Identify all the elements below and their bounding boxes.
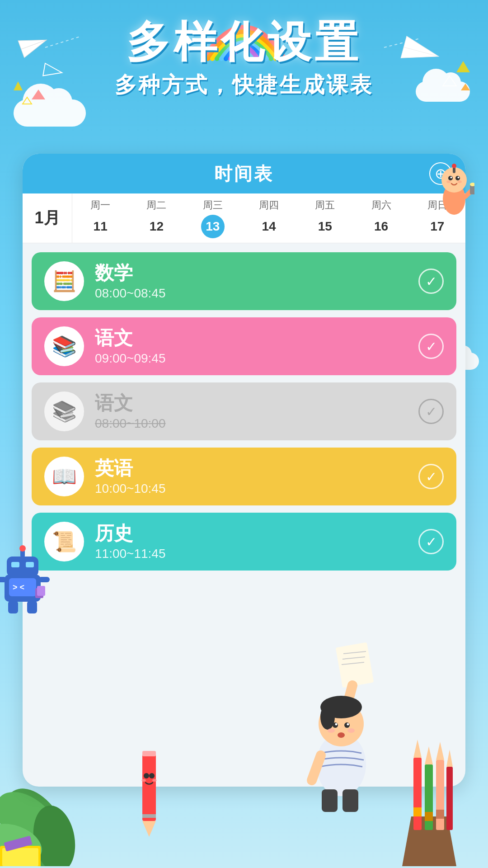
schedule-info: 语文08:00~10:00 [95,392,408,431]
day-name: 周二 [146,198,166,212]
svg-point-54 [347,728,355,733]
day-cells: 周一11周二12周三13周四14周五15周六16周日17 [72,193,465,243]
svg-rect-84 [142,814,156,818]
subject-name: 英语 [95,457,408,480]
header-section: 多样化设置 多种方式，快捷生成课表 [0,18,488,99]
check-icon: ✓ [426,339,437,354]
panel-title: 时间表 [214,161,274,186]
schedule-item[interactable]: 📚语文09:00~09:45✓ [32,317,456,375]
check-button[interactable]: ✓ [418,269,444,294]
schedule-time: 11:00~11:45 [95,547,408,561]
month-label: 1月 [34,207,60,229]
schedule-time: 08:00~08:45 [95,286,408,301]
svg-point-79 [144,773,149,778]
svg-point-53 [328,728,335,733]
svg-rect-35 [38,577,50,582]
svg-point-55 [338,732,345,738]
week-header: 1月 周一11周二12周三13周四14周五15周六16周日17 [23,193,465,243]
svg-marker-60 [413,740,422,758]
svg-point-15 [448,176,453,180]
day-name: 周四 [259,198,279,212]
svg-marker-63 [425,746,433,764]
day-number[interactable]: 11 [89,215,112,238]
panel-header: 时间表 ⊕ [23,154,465,193]
check-icon: ✓ [426,469,437,485]
kid-character [298,640,398,814]
day-number[interactable]: 15 [313,215,337,238]
schedule-item[interactable]: 📜历史11:00~11:45✓ [32,513,456,571]
svg-point-18 [458,177,460,179]
month-cell: 1月 [23,193,72,243]
day-name: 周六 [371,198,391,212]
day-number[interactable]: 14 [257,215,281,238]
svg-point-17 [450,177,452,179]
day-name: 周五 [315,198,335,212]
svg-marker-69 [446,750,453,767]
svg-rect-34 [0,577,7,582]
svg-rect-39 [37,586,45,596]
svg-rect-64 [425,812,433,821]
schedule-list: 🧮数学08:00~08:45✓📚语文09:00~09:45✓📚语文08:00~1… [23,243,465,580]
puppet-character [434,163,474,228]
subject-icon: 📖 [44,457,84,496]
svg-rect-36 [8,601,18,613]
day-number[interactable]: 16 [370,215,393,238]
schedule-info: 英语10:00~10:45 [95,457,408,496]
svg-point-81 [141,779,146,782]
schedule-item[interactable]: 📚语文08:00~10:00✓ [32,382,456,440]
subject-icon: 📜 [44,522,84,561]
svg-rect-67 [436,810,444,819]
check-button[interactable]: ✓ [418,464,444,489]
schedule-item[interactable]: 📖英语10:00~10:45✓ [32,448,456,505]
svg-point-33 [19,545,26,552]
svg-point-19 [446,180,451,183]
svg-point-48 [320,704,335,730]
day-number[interactable]: 13 [201,215,225,238]
svg-text:> <: > < [13,583,24,592]
svg-rect-68 [446,767,453,830]
svg-marker-66 [436,742,444,760]
check-icon: ✓ [426,274,437,289]
svg-rect-83 [142,751,156,756]
svg-point-80 [149,773,155,778]
day-cell-15[interactable]: 周五15 [297,193,353,243]
day-cell-13[interactable]: 周三13 [185,193,241,243]
svg-point-20 [457,180,462,183]
svg-marker-78 [142,821,156,837]
check-icon: ✓ [426,404,437,420]
main-panel: 时间表 ⊕ 1月 周一11周二12周三13周四14周五15周六16周日17 🧮数… [23,154,465,787]
svg-rect-30 [11,562,19,567]
sub-title: 多种方式，快捷生成课表 [0,71,488,99]
day-cell-12[interactable]: 周二12 [128,193,184,243]
day-cell-11[interactable]: 周一11 [72,193,128,243]
svg-rect-65 [436,760,444,830]
robot-character: > < [0,543,50,624]
pencil-cup [389,740,470,868]
check-button[interactable]: ✓ [418,334,444,359]
svg-point-22 [452,164,456,168]
day-cell-16[interactable]: 周六16 [353,193,409,243]
day-number[interactable]: 12 [145,215,168,238]
svg-rect-61 [413,807,422,816]
svg-point-82 [152,779,157,782]
schedule-item[interactable]: 🧮数学08:00~08:45✓ [32,252,456,310]
day-name: 周三 [203,198,223,212]
pencil-character [127,749,172,841]
check-button[interactable]: ✓ [418,399,444,424]
svg-point-49 [333,722,338,728]
subject-name: 语文 [95,392,408,415]
schedule-info: 历史11:00~11:45 [95,522,408,561]
check-button[interactable]: ✓ [418,529,444,554]
subject-icon: 📚 [44,392,84,431]
main-title: 多样化设置 [0,18,488,66]
svg-rect-58 [343,789,358,812]
svg-rect-31 [26,562,34,567]
schedule-time: 09:00~09:45 [95,351,408,366]
svg-rect-57 [322,789,338,812]
subject-name: 语文 [95,327,408,349]
svg-point-51 [335,723,338,726]
svg-point-50 [344,722,350,728]
svg-rect-77 [142,753,156,821]
day-cell-14[interactable]: 周四14 [241,193,297,243]
schedule-info: 语文09:00~09:45 [95,327,408,366]
